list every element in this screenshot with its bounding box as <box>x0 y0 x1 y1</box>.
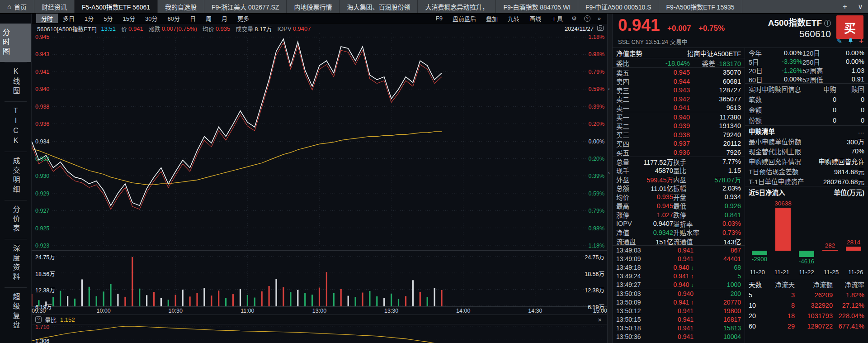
tab-3[interactable]: F5-A500指数ETF 56061 <box>75 0 158 13</box>
tool-盘前盘后[interactable]: 盘前盘后 <box>448 14 481 23</box>
period-15分[interactable]: 15分 <box>118 14 140 23</box>
underlying-fund-link[interactable]: 招商中证A500ETF <box>687 48 741 58</box>
tab-9[interactable]: F9-白酒指数 884705.WI <box>496 0 578 13</box>
bid-row[interactable]: 买四0.93720112 <box>613 139 745 148</box>
tab-10[interactable]: F9-中证A500 000510.S <box>578 0 659 13</box>
tool-F9[interactable]: F9 <box>431 15 448 22</box>
tick-row[interactable]: 13:49:180.940 ↓68 <box>613 263 745 272</box>
add-to-watchlist-icon[interactable]: + <box>859 37 863 46</box>
help-icon[interactable]: ? <box>580 15 594 22</box>
nav-trend-link[interactable]: 净值走势 <box>616 48 642 58</box>
help-icon[interactable]: ? <box>35 316 42 323</box>
time-label: 10:30 <box>169 308 183 314</box>
stat-value: 143亿 <box>706 237 741 246</box>
edit-icon[interactable]: ✎ <box>837 38 842 45</box>
period-周[interactable]: 周 <box>201 14 217 23</box>
netflow-date-label: 11-26 <box>844 269 868 278</box>
alert-bell-icon[interactable] <box>848 38 854 45</box>
collapse-left-icon[interactable]: ‹ <box>608 86 610 91</box>
period-日[interactable]: 日 <box>185 14 201 23</box>
netflow-bar <box>775 208 791 251</box>
tick-row[interactable]: 13:49:240.941 ↑5 <box>613 272 745 280</box>
tab-7[interactable]: 海大集团、百润股份领 <box>340 0 418 13</box>
add-tab-button[interactable]: + <box>837 3 853 11</box>
period-60分[interactable]: 60分 <box>162 14 184 23</box>
liangbi-pane[interactable]: 1.7101.306 <box>32 324 607 343</box>
tab-1[interactable]: ⌂首页 <box>0 0 34 13</box>
bid-label: 买四 <box>616 139 639 148</box>
tab-11[interactable]: F9-A500指数ETF 15935 <box>659 0 742 13</box>
more-tools-icon[interactable]: » <box>594 15 604 22</box>
subscription-row: 金额00 <box>745 105 868 115</box>
tick-row[interactable]: 13:50:030.940200 <box>613 289 745 298</box>
tab-5[interactable]: F9-浙江美大 002677.SZ <box>204 0 287 13</box>
period-月[interactable]: 月 <box>217 14 232 23</box>
sidebar-item-7[interactable]: 超级复盘 <box>10 288 21 336</box>
flow-table-row[interactable]: 53262091.82% <box>745 290 868 300</box>
flow-table-row[interactable]: 20181031793228.04% <box>745 310 868 321</box>
sidebar-item-5[interactable]: 分价表 <box>10 200 21 239</box>
sidebar-item-1[interactable]: 分时图 <box>0 24 31 62</box>
ask-row[interactable]: 卖五0.94535070 <box>613 68 745 77</box>
settings-gear-icon[interactable]: ⚙ <box>568 15 580 22</box>
tool-九转[interactable]: 九转 <box>503 14 524 23</box>
tool-叠加[interactable]: 叠加 <box>481 14 503 23</box>
tick-row[interactable]: 13:49:030.941867 <box>613 246 745 254</box>
tick-row[interactable]: 13:49:270.940 ↓1000 <box>613 280 745 289</box>
bid-row[interactable]: 买五0.9367926 <box>613 148 745 157</box>
tab-2[interactable]: 财经资讯 <box>34 0 75 13</box>
collapse-tabs-button[interactable]: ∨ <box>853 2 868 11</box>
stat-value: 0.945 <box>638 202 673 210</box>
toolbar-right: F9盘前盘后叠加九转画线工具⚙?» <box>431 14 607 23</box>
redemption-title-row: 申赎清单… <box>745 126 868 136</box>
period-5分[interactable]: 5分 <box>99 14 118 23</box>
bid-row[interactable]: 买二0.939191340 <box>613 121 745 130</box>
ask-row[interactable]: 卖四0.94460681 <box>613 76 745 86</box>
bid-volume: 191340 <box>690 122 741 129</box>
sidebar-item-6[interactable]: 深度资料 <box>10 239 21 287</box>
sidebar-item-2[interactable]: K线图 <box>10 62 21 101</box>
sidebar-item-3[interactable]: TICK <box>12 102 20 152</box>
tab-8[interactable]: 大消费概念异动拉升， <box>418 0 496 13</box>
tab-6[interactable]: 内地股票行情 <box>287 0 340 13</box>
volume-pane[interactable]: 24.75万24.75万18.56万18.56万12.38万12.38万6.19… <box>32 251 607 307</box>
collapse-left-icon[interactable]: ‹ <box>608 170 610 175</box>
fund-info-column: 今年0.00% 120日0.00%5日-3.39% 250日0.00%20日-1… <box>745 48 868 343</box>
period-更多[interactable]: 更多 <box>232 14 254 23</box>
tick-row[interactable]: 13:50:360.94110004 <box>613 332 745 341</box>
perf-value: 1.03 <box>830 67 864 74</box>
tool-工具[interactable]: 工具 <box>546 14 568 23</box>
ask-row[interactable]: 卖二0.942365077 <box>613 94 745 103</box>
liangbi-label[interactable]: 量比 <box>45 315 57 324</box>
tick-price: 0.941 <box>646 324 693 332</box>
period-分时[interactable]: 分时 <box>36 14 58 23</box>
more-ellipsis-icon[interactable]: … <box>858 128 865 135</box>
main-area: 分时图K线图TICK成交明细分价表深度资料超级复盘 分时多日1分5分15分30分… <box>0 14 868 343</box>
panel-splitter[interactable]: ‹ ‹ <box>607 14 613 343</box>
period-1分[interactable]: 1分 <box>80 14 99 23</box>
ask-row[interactable]: 卖三0.943128727 <box>613 86 745 95</box>
ask-row[interactable]: 卖一0.9419613 <box>613 103 745 112</box>
flow-table-row[interactable]: 10832292027.12% <box>745 300 868 310</box>
buy-button[interactable]: 买 <box>836 15 863 39</box>
close-icon[interactable]: × <box>596 316 604 324</box>
tab-4[interactable]: 我的自选股 <box>158 0 204 13</box>
period-多日[interactable]: 多日 <box>58 14 80 23</box>
performance-row: 20日-1.26% 52周高1.03 <box>745 66 868 75</box>
tick-row[interactable]: 13:50:090.941 ↑20770 <box>613 298 745 306</box>
flow-table-row[interactable]: 60291290722677.41% <box>745 321 868 331</box>
stat-label: 最低 <box>673 201 706 210</box>
tick-row[interactable]: 13:50:120.94119800 <box>613 306 745 315</box>
bid-row[interactable]: 买一0.940117380 <box>613 112 745 121</box>
info-icon[interactable]: i <box>824 20 831 27</box>
weicha-value: -183170 <box>717 60 741 67</box>
intraday-price-pane[interactable]: 0.9450.9430.9410.9400.9380.9360.9340.932… <box>32 33 607 251</box>
period-30分[interactable]: 30分 <box>140 14 162 23</box>
tick-row[interactable]: 13:50:150.94116817 <box>613 315 745 324</box>
tick-row[interactable]: 13:49:090.94144401 <box>613 254 745 263</box>
bid-row[interactable]: 买三0.93879240 <box>613 130 745 139</box>
snapshot-icon[interactable] <box>597 25 604 32</box>
tool-画线[interactable]: 画线 <box>524 14 546 23</box>
tick-row[interactable]: 13:50:180.94115813 <box>613 324 745 332</box>
sidebar-item-4[interactable]: 成交明细 <box>10 152 21 200</box>
